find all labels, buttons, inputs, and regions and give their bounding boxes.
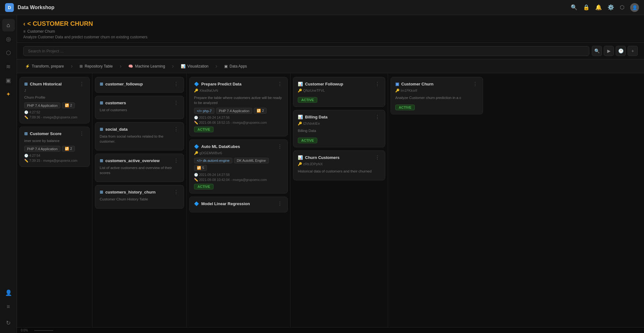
search-input[interactable] xyxy=(23,46,589,56)
tab-repository[interactable]: ⊞ Repository Table xyxy=(74,59,118,73)
card-icon: ⊞ xyxy=(24,131,28,136)
card-customers-history-churn: ⊞ customers_history_churn ⋮ Customer Chu… xyxy=(95,185,184,208)
card-menu-button[interactable]: ⋮ xyxy=(374,155,380,160)
tag-count: 🔁 2 xyxy=(62,102,75,108)
tag-count: 🔁 2 xyxy=(254,108,267,114)
card-menu-button[interactable]: ⋮ xyxy=(173,101,179,106)
card-customer-score-title: ⊞ Customer Score xyxy=(24,131,61,136)
col-dataapps: ▣ Customer Churn ⋮ 🔑 Im1FKksrlf Analyze … xyxy=(388,73,486,333)
card-header: ⊞ customer_followup ⋮ xyxy=(100,82,179,87)
history-button[interactable]: 🕐 xyxy=(616,46,626,56)
sidebar-item-menu[interactable]: ≡ xyxy=(2,300,15,313)
tab-visualization[interactable]: 📊 Visualization xyxy=(175,59,214,73)
card-tags: PHP 7.4 Application 🔁 2 xyxy=(24,146,85,152)
card-menu-button[interactable]: ⋮ xyxy=(472,82,478,87)
search-button[interactable]: 🔍 xyxy=(592,46,602,56)
user-avatar[interactable]: 👤 xyxy=(630,3,639,12)
card-customers: ⊞ customers ⋮ List of customers xyxy=(95,96,184,119)
back-chevron-icon[interactable]: ‹ xyxy=(23,20,25,27)
sidebar-item-refresh[interactable]: ↻ xyxy=(2,317,15,329)
card-author: ✏️ 7:39:15 - mvega@grupoenx.com xyxy=(24,159,85,163)
viz-icon: 📊 xyxy=(298,155,303,160)
sidebar-item-data[interactable]: ≋ xyxy=(2,60,15,73)
layout: ⌂ ◎ ⬡ ≋ ▣ ✦ 👤 ≡ ↻ ‹ < CUSTOMER CHURN ≡ C… xyxy=(0,15,644,333)
card-id: 🔑 zRtrJDPpNX xyxy=(298,162,380,166)
tab-transform[interactable]: ⚡ Transform, prepare xyxy=(19,59,69,73)
sidebar-item-users[interactable]: 👤 xyxy=(2,287,15,299)
bottom-bar: 0.0% xyxy=(17,327,644,333)
tab-ml[interactable]: 🧠 Machine Learning xyxy=(123,59,170,73)
project-title: ‹ < CUSTOMER CHURN xyxy=(23,20,638,27)
card-time: 🕐 2021-09-24 14:27:58 xyxy=(194,173,283,177)
category-tabs: ⚡ Transform, prepare › ⊞ Repository Tabl… xyxy=(17,59,644,73)
run-button[interactable]: ▶ xyxy=(604,46,614,56)
search-icon[interactable]: 🔍 xyxy=(571,4,577,11)
card-menu-button[interactable]: ⋮ xyxy=(173,82,179,87)
settings-icon[interactable]: ⚙️ xyxy=(608,4,614,11)
add-button[interactable]: + xyxy=(628,46,638,56)
card-title: ▣ Customer Churn xyxy=(395,82,434,86)
card-menu-button[interactable]: ⋮ xyxy=(277,82,283,87)
card-title: ⊞ customers_history_churn xyxy=(100,190,156,194)
app-title: Data Workshop xyxy=(18,5,567,10)
card-title: 📊 Churn Customers xyxy=(298,155,340,160)
sidebar-item-analytics[interactable]: ◎ xyxy=(2,33,15,45)
card-menu-button[interactable]: ⋮ xyxy=(277,201,283,206)
topbar-icons: 🔍 🔒 🔔 ⚙️ ⬡ 👤 xyxy=(571,3,639,12)
table-icon: ⊞ xyxy=(100,101,103,105)
card-header: ⊞ customers_active_overview ⋮ xyxy=(100,158,179,163)
tab-repository-icon: ⊞ xyxy=(80,64,83,68)
sidebar-item-grid[interactable]: ▣ xyxy=(2,74,15,87)
card-menu-button[interactable]: ⋮ xyxy=(277,144,283,149)
card-menu-button[interactable]: ⋮ xyxy=(79,131,85,136)
sidebar-item-brush[interactable]: ✦ xyxy=(2,88,15,101)
card-menu-button[interactable]: ⋮ xyxy=(374,82,380,87)
main-content: ‹ < CUSTOMER CHURN ≡ Customer Churn Anal… xyxy=(17,15,644,333)
tab-apps-icon: ▣ xyxy=(224,64,228,68)
bell-icon[interactable]: 🔔 xyxy=(595,4,602,11)
card-title: ⊞ social_data xyxy=(100,127,128,132)
app-icon: ▣ xyxy=(395,82,399,86)
card-desc: Analyze Customer churn prediction in a c xyxy=(395,95,478,100)
tab-separator-2: › xyxy=(119,63,121,69)
app-logo[interactable]: D xyxy=(5,3,14,12)
card-churn-historical-title: ⊞ Churn Historical xyxy=(24,82,62,86)
card-menu-button[interactable]: ⋮ xyxy=(374,115,380,120)
tag-php: PHP 7.4 Application xyxy=(24,146,60,152)
card-desc: Historical data of customers and their c… xyxy=(298,169,380,174)
card-header: ⊞ customers_history_churn ⋮ xyxy=(100,190,179,195)
card-title: 📊 Billing Data xyxy=(298,115,328,119)
card-header: 📊 Churn Customers ⋮ xyxy=(298,155,380,160)
tab-dataapps[interactable]: ▣ Data Apps xyxy=(219,59,253,73)
card-menu-button[interactable]: ⋮ xyxy=(173,127,179,132)
card-desc: Prepare the table where customers active… xyxy=(194,95,283,105)
card-time: 🕐 4:27:54 xyxy=(24,154,85,158)
progress-text: 0.0% xyxy=(21,329,28,332)
card-title: ⊞ customers_active_overview xyxy=(100,158,160,163)
card-header: 📊 Customer Followup ⋮ xyxy=(298,82,380,87)
lock-icon[interactable]: 🔒 xyxy=(583,4,590,11)
status-badge: ACTIVE xyxy=(194,127,214,132)
sidebar: ⌂ ◎ ⬡ ≋ ▣ ✦ 👤 ≡ ↻ xyxy=(0,15,17,333)
card-author: ✏️ 2021-08-06 18:52:15 - mvega@grupoenx.… xyxy=(194,121,283,125)
col-transform: ⊞ Churn Historical ⋮ J Churn Profile PHP… xyxy=(17,73,92,333)
tag-count: 🔁 5 xyxy=(194,165,207,171)
status-badge: ACTIVE xyxy=(194,184,214,189)
card-author: ✏️ 7:09:36 - mvega@grupoenx.com xyxy=(24,115,85,119)
sidebar-item-storage[interactable]: ⬡ xyxy=(2,46,15,59)
sidebar-item-home[interactable]: ⌂ xyxy=(2,19,15,31)
tab-separator-4: › xyxy=(215,63,217,69)
card-social-data: ⊞ social_data ⋮ Data from social network… xyxy=(95,122,184,150)
col-repository: ⊞ customer_followup ⋮ ⊞ customers ⋮ xyxy=(92,73,187,333)
share-icon[interactable]: ⬡ xyxy=(620,4,625,11)
card-menu-button[interactable]: ⋮ xyxy=(173,190,179,195)
card-title: 📊 Customer Followup xyxy=(298,82,343,86)
card-prepare-predict: 🔷 Prepare Predict Data ⋮ 🔑 XIea9IaUvN Pr… xyxy=(189,77,288,136)
tag-php: PHP 7.4 Application xyxy=(24,102,60,108)
card-customers-active-overview: ⊞ customers_active_overview ⋮ List of ac… xyxy=(95,154,184,182)
card-menu-button[interactable]: ⋮ xyxy=(79,82,85,87)
card-id: 🔑 QNzUneTFVL xyxy=(298,89,380,93)
card-id: 🔑 I2VIdvkIEe xyxy=(298,122,380,126)
progress-bar-line xyxy=(34,330,53,331)
card-menu-button[interactable]: ⋮ xyxy=(173,158,179,163)
